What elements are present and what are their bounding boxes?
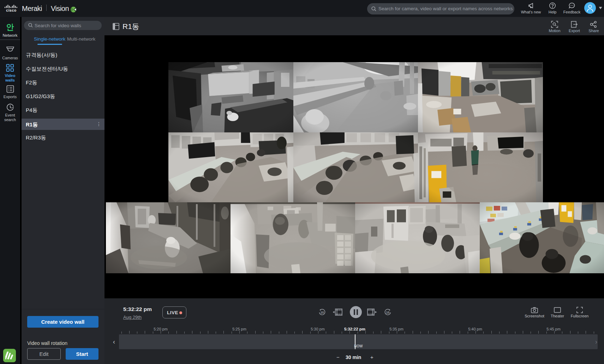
svg-text:cisco: cisco [6,8,16,12]
svg-text:10: 10 [321,311,324,314]
svg-text:10: 10 [386,311,390,314]
